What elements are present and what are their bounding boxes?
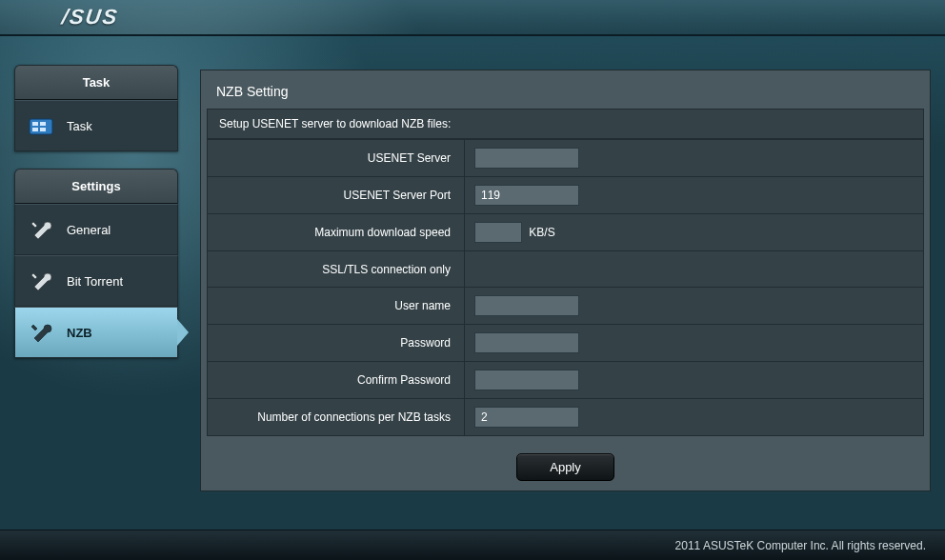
cell-username xyxy=(465,288,924,325)
wrench-icon xyxy=(29,270,57,292)
label-confirm-password: Confirm Password xyxy=(208,362,465,399)
sidebar: Task Task Settings xyxy=(0,36,186,530)
svg-rect-2 xyxy=(40,122,46,126)
input-usenet-port[interactable] xyxy=(474,185,579,206)
input-password[interactable] xyxy=(474,332,579,353)
brand-logo: /SUS xyxy=(60,5,120,30)
sidebar-header-settings: Settings xyxy=(14,169,178,204)
settings-form: USENET Server USENET Server Port Maximum… xyxy=(207,139,924,436)
sidebar-item-label: Bit Torrent xyxy=(67,274,123,289)
sidebar-item-label: General xyxy=(67,223,111,237)
main-container: Task Task Settings xyxy=(0,36,945,530)
input-max-speed[interactable] xyxy=(474,222,522,243)
content-area: NZB Setting Setup USENET server to downl… xyxy=(186,36,945,530)
cell-usenet-server xyxy=(465,140,924,177)
header-bar: /SUS xyxy=(0,0,945,36)
footer-text: 2011 ASUSTeK Computer Inc. All rights re… xyxy=(675,539,926,552)
sidebar-item-task[interactable]: Task xyxy=(14,100,178,151)
cell-max-speed: KB/S xyxy=(465,214,924,251)
sidebar-group-settings: Settings General Bit Torrent xyxy=(14,169,178,358)
label-usenet-port: USENET Server Port xyxy=(208,177,465,214)
svg-rect-0 xyxy=(30,119,52,134)
svg-rect-4 xyxy=(40,128,46,131)
cell-ssl xyxy=(465,251,924,288)
label-password: Password xyxy=(208,325,465,362)
task-icon xyxy=(29,114,57,137)
sidebar-item-label: NZB xyxy=(67,326,92,340)
sidebar-item-general[interactable]: General xyxy=(14,204,178,255)
label-usenet-server: USENET Server xyxy=(208,140,465,177)
panel-subtitle: Setup USENET server to download NZB file… xyxy=(207,109,924,139)
label-username: User name xyxy=(208,288,465,325)
sidebar-item-bittorrent[interactable]: Bit Torrent xyxy=(14,255,178,307)
settings-panel: NZB Setting Setup USENET server to downl… xyxy=(200,70,931,491)
sidebar-header-task: Task xyxy=(14,65,178,100)
cell-password xyxy=(465,325,924,362)
input-usenet-server[interactable] xyxy=(474,148,579,169)
sidebar-item-label: Task xyxy=(67,119,92,133)
panel-title: NZB Setting xyxy=(201,70,930,109)
input-connections[interactable] xyxy=(474,407,579,428)
footer: 2011 ASUSTeK Computer Inc. All rights re… xyxy=(0,530,945,560)
cell-usenet-port xyxy=(465,177,924,214)
cell-confirm-password xyxy=(465,362,924,399)
input-username[interactable] xyxy=(474,295,579,316)
apply-row: Apply xyxy=(201,442,930,490)
cell-connections xyxy=(465,399,924,436)
svg-rect-1 xyxy=(32,122,38,126)
apply-button[interactable]: Apply xyxy=(516,453,614,481)
label-ssl: SSL/TLS connection only xyxy=(208,251,465,288)
input-confirm-password[interactable] xyxy=(474,370,579,390)
label-connections: Number of connections per NZB tasks xyxy=(208,399,465,436)
unit-kbs: KB/S xyxy=(529,226,554,239)
wrench-icon xyxy=(29,218,57,241)
svg-rect-3 xyxy=(32,128,38,131)
sidebar-item-nzb[interactable]: NZB xyxy=(14,307,178,358)
label-max-speed: Maximum download speed xyxy=(208,214,465,251)
wrench-icon xyxy=(29,321,57,344)
sidebar-group-task: Task Task xyxy=(14,65,178,151)
